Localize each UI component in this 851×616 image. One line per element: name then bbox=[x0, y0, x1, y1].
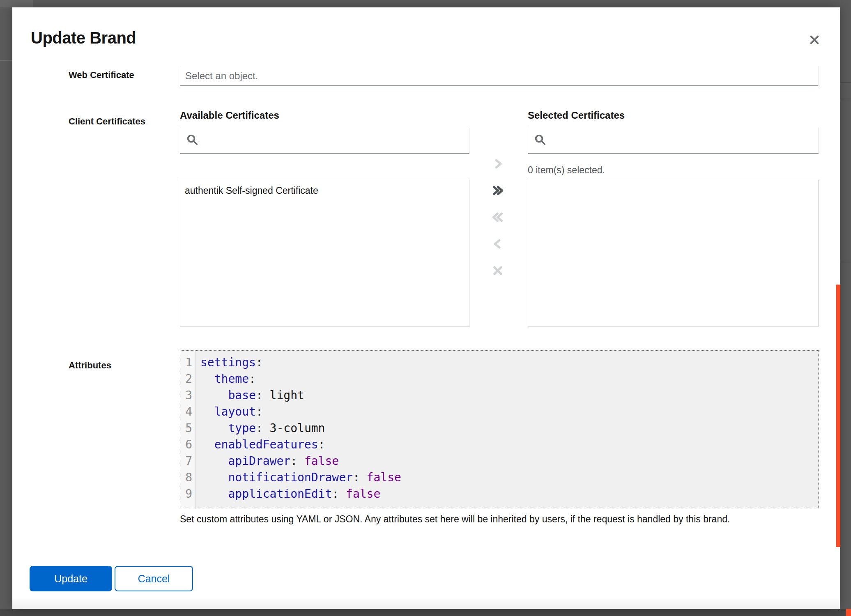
scrollbar-thumb[interactable] bbox=[836, 285, 840, 547]
screen: Update Brand Web Certificate Client Cert… bbox=[0, 0, 851, 616]
double-chevron-right-icon bbox=[492, 184, 504, 198]
cancel-button[interactable]: Cancel bbox=[115, 566, 193, 591]
selected-certificates-list[interactable] bbox=[528, 180, 819, 327]
line-number: 4 bbox=[180, 404, 195, 420]
close-icon[interactable] bbox=[805, 30, 824, 49]
available-search-box bbox=[180, 128, 469, 154]
line-number: 6 bbox=[180, 437, 195, 453]
update-brand-modal: Update Brand Web Certificate Client Cert… bbox=[12, 7, 840, 609]
line-number: 1 bbox=[180, 354, 195, 371]
move-all-left-button[interactable] bbox=[489, 209, 507, 227]
selected-search-box bbox=[528, 128, 819, 154]
search-icon bbox=[186, 133, 198, 147]
move-all-right-button[interactable] bbox=[489, 182, 507, 200]
transfer-controls bbox=[489, 155, 507, 280]
line-number: 9 bbox=[180, 486, 195, 502]
web-certificate-select[interactable] bbox=[180, 66, 819, 86]
update-button[interactable]: Update bbox=[30, 566, 112, 591]
client-certificates-label: Client Certificates bbox=[69, 116, 145, 127]
code-line: apiDrawer: false bbox=[200, 453, 818, 469]
chevron-right-icon bbox=[492, 158, 504, 171]
backdrop-seam bbox=[0, 60, 12, 61]
backdrop-page-fragment bbox=[0, 0, 33, 7]
search-icon bbox=[534, 133, 546, 147]
backdrop-bottom-strip bbox=[0, 609, 846, 616]
selected-certificates-heading: Selected Certificates bbox=[528, 110, 625, 121]
code-line: notificationDrawer: false bbox=[200, 469, 818, 486]
times-icon bbox=[492, 264, 504, 278]
code-line: enabledFeatures: bbox=[200, 437, 818, 453]
selected-search-input[interactable] bbox=[551, 135, 812, 146]
move-selected-right-button[interactable] bbox=[489, 155, 507, 173]
line-number: 2 bbox=[180, 371, 195, 387]
backdrop-seam bbox=[840, 82, 851, 83]
double-chevron-left-icon bbox=[492, 211, 504, 225]
backdrop-seam bbox=[840, 262, 851, 262]
scrollbar-corner-fragment bbox=[846, 609, 851, 616]
code-line: type: 3-column bbox=[200, 420, 818, 437]
code-content: settings: theme: base: light layout: typ… bbox=[196, 351, 818, 509]
code-line: layout: bbox=[200, 404, 818, 420]
backdrop-seam bbox=[840, 99, 851, 99]
code-line: theme: bbox=[200, 371, 818, 387]
modal-footer-strip bbox=[12, 598, 840, 609]
code-line: settings: bbox=[200, 354, 818, 371]
attributes-help-text: Set custom attributes using YAML or JSON… bbox=[180, 514, 821, 525]
available-certificate-item[interactable]: authentik Self-signed Certificate bbox=[180, 180, 469, 201]
code-line: base: light bbox=[200, 387, 818, 404]
available-certificates-heading: Available Certificates bbox=[180, 110, 279, 121]
attributes-label: Attributes bbox=[69, 360, 111, 371]
modal-title: Update Brand bbox=[31, 29, 136, 47]
code-line: applicationEdit: false bbox=[200, 486, 818, 502]
selected-count-status: 0 item(s) selected. bbox=[528, 165, 605, 176]
remove-selected-button[interactable] bbox=[489, 262, 507, 280]
chevron-left-icon bbox=[492, 238, 504, 251]
line-number: 8 bbox=[180, 469, 195, 486]
web-certificate-label: Web Certificate bbox=[69, 70, 134, 80]
code-gutter: 123456789 bbox=[180, 351, 196, 509]
move-selected-left-button[interactable] bbox=[489, 235, 507, 253]
line-number: 3 bbox=[180, 387, 195, 404]
attributes-code-editor[interactable]: 123456789 settings: theme: base: light l… bbox=[180, 350, 819, 509]
line-number: 5 bbox=[180, 420, 195, 437]
line-number: 7 bbox=[180, 453, 195, 469]
available-search-input[interactable] bbox=[203, 135, 463, 146]
available-certificates-list[interactable]: authentik Self-signed Certificate bbox=[180, 180, 469, 327]
